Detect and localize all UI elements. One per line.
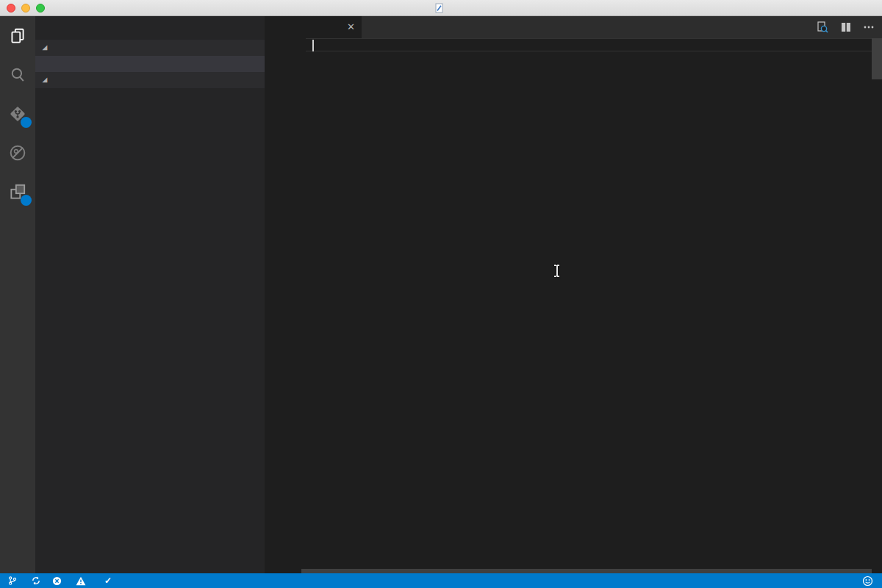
code-lines bbox=[265, 38, 882, 40]
extensions-badge bbox=[21, 195, 32, 206]
triangle-down-icon: ◢ bbox=[43, 76, 47, 83]
git-branch-status[interactable] bbox=[7, 576, 20, 586]
debug-icon bbox=[8, 143, 27, 162]
warning-icon bbox=[76, 576, 86, 586]
tab-bar: ✕ bbox=[265, 16, 882, 38]
activity-bar bbox=[0, 16, 35, 573]
current-line-highlight bbox=[306, 38, 872, 51]
tab-api-wrapper[interactable]: ✕ bbox=[265, 16, 362, 38]
error-count[interactable] bbox=[52, 576, 65, 586]
folder-section-header[interactable]: ◢ bbox=[35, 72, 265, 88]
vertical-scrollbar[interactable] bbox=[872, 38, 882, 79]
search-in-file-icon[interactable] bbox=[816, 21, 829, 34]
mouse-ibeam-cursor bbox=[553, 265, 560, 277]
scm-badge bbox=[21, 117, 32, 128]
sidebar-title bbox=[35, 16, 265, 40]
activitybar-extensions[interactable] bbox=[0, 172, 35, 211]
window-titlebar bbox=[0, 0, 882, 16]
warning-count[interactable] bbox=[76, 576, 89, 586]
horizontal-scrollbar[interactable] bbox=[301, 569, 872, 573]
sync-icon bbox=[31, 576, 41, 586]
editor-pane: ✕ bbox=[265, 16, 882, 573]
open-editors-header[interactable]: ◢ bbox=[35, 40, 265, 56]
status-bar: ✓ bbox=[0, 573, 882, 588]
error-icon bbox=[52, 576, 62, 586]
triangle-down-icon: ◢ bbox=[43, 44, 47, 51]
more-actions-icon[interactable] bbox=[863, 21, 875, 33]
split-editor-icon[interactable] bbox=[840, 21, 852, 33]
search-icon bbox=[8, 65, 27, 85]
file-proxy-icon bbox=[435, 3, 443, 13]
file-tree bbox=[35, 88, 265, 573]
branch-icon bbox=[7, 576, 17, 586]
editor[interactable] bbox=[265, 38, 882, 573]
activitybar-debug[interactable] bbox=[0, 133, 35, 172]
sync-button[interactable] bbox=[31, 576, 41, 586]
activitybar-search[interactable] bbox=[0, 55, 35, 94]
travis-ci-status[interactable]: ✓ bbox=[100, 576, 112, 586]
close-tab-icon[interactable]: ✕ bbox=[347, 16, 355, 38]
window-title bbox=[0, 0, 882, 16]
check-icon: ✓ bbox=[104, 576, 112, 586]
text-caret bbox=[312, 40, 314, 51]
feedback-smiley-icon[interactable] bbox=[862, 576, 873, 587]
open-editor-item[interactable] bbox=[35, 56, 265, 72]
explorer-sidebar: ◢ ◢ bbox=[35, 16, 265, 573]
files-icon bbox=[8, 26, 27, 46]
activitybar-source-control[interactable] bbox=[0, 94, 35, 133]
activitybar-explorer[interactable] bbox=[0, 16, 35, 55]
